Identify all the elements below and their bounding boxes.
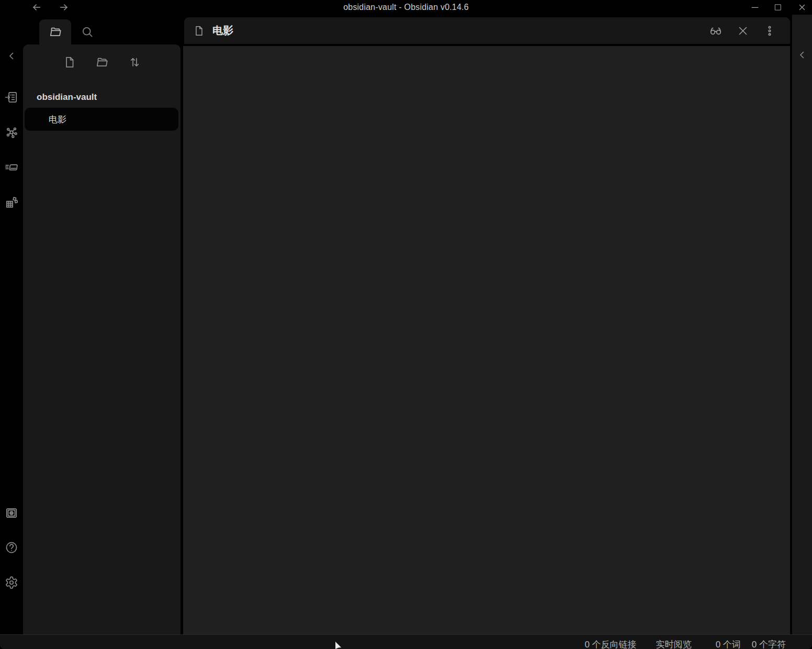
expand-right-sidebar-icon[interactable]	[796, 49, 808, 61]
new-folder-icon[interactable]	[93, 53, 111, 71]
file-item-selected[interactable]: 电影	[25, 108, 178, 131]
new-note-icon[interactable]	[61, 53, 78, 71]
help-icon[interactable]	[2, 538, 21, 557]
sort-order-icon[interactable]	[126, 53, 143, 71]
right-sidebar-strip	[792, 15, 812, 634]
open-vault-icon[interactable]	[2, 504, 21, 522]
close-tab-icon[interactable]	[737, 25, 749, 37]
vault-title[interactable]: obsidian-vault	[23, 88, 181, 107]
titlebar: obsidian-vault - Obsidian v0.14.6	[0, 0, 812, 15]
status-bar: 0 个反向链接 实时阅览 0 个词 0 个字符	[0, 634, 812, 649]
workspace: obsidian-vault 电影 电影	[0, 15, 812, 634]
word-count: 0 个词	[716, 639, 741, 649]
reading-view-icon[interactable]	[709, 24, 723, 38]
file-explorer-body: obsidian-vault 电影	[23, 44, 181, 634]
window-title: obsidian-vault - Obsidian v0.14.6	[0, 0, 812, 15]
edit-mode-status[interactable]: 实时阅览	[656, 639, 692, 649]
backlinks-count[interactable]: 0 个反向链接	[584, 639, 636, 649]
collapse-left-sidebar-icon[interactable]	[2, 47, 21, 65]
file-explorer-panel: obsidian-vault 电影	[23, 15, 181, 634]
sidebar-tabs	[23, 15, 181, 44]
explorer-toolbar	[23, 44, 181, 71]
editor-content[interactable]	[183, 46, 790, 634]
search-icon	[81, 25, 94, 39]
tab-search[interactable]	[71, 19, 103, 44]
settings-icon[interactable]	[2, 573, 21, 592]
char-count: 0 个字符	[752, 639, 786, 649]
slides-icon[interactable]	[2, 158, 21, 177]
view-actions	[709, 24, 790, 38]
tab-file-explorer[interactable]	[39, 19, 71, 44]
mouse-cursor	[335, 642, 344, 649]
note-title: 电影	[212, 24, 233, 38]
random-note-icon[interactable]	[2, 193, 21, 212]
left-ribbon	[0, 15, 23, 634]
obsidian-window: obsidian-vault - Obsidian v0.14.6	[0, 0, 812, 649]
maximize-icon[interactable]	[771, 1, 785, 14]
folder-icon	[49, 25, 62, 39]
note-file-icon	[193, 25, 205, 37]
close-window-icon[interactable]	[795, 1, 809, 14]
more-options-icon[interactable]	[763, 25, 776, 37]
minimize-icon[interactable]	[748, 1, 762, 14]
view-header: 电影	[184, 17, 790, 44]
quick-switcher-icon[interactable]	[2, 88, 21, 107]
graph-view-icon[interactable]	[2, 123, 21, 142]
editor-pane: 电影	[182, 15, 790, 634]
